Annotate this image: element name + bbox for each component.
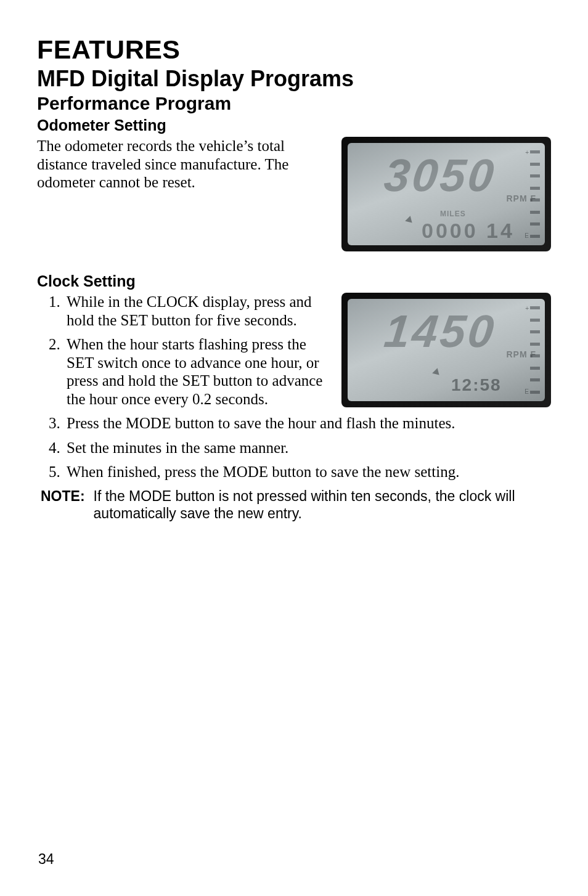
arrow-icon <box>405 216 415 226</box>
page-number: 34 <box>38 851 54 868</box>
heading-odometer: Odometer Setting <box>37 116 551 134</box>
fuel-gauge-icon: + E <box>530 150 540 238</box>
step-2: When the hour starts flashing press the … <box>64 335 327 408</box>
heading-performance: Performance Program <box>37 93 551 114</box>
odometer-row: The odometer records the vehicle’s total… <box>37 137 551 251</box>
heading-mfd: MFD Digital Display Programs <box>37 66 551 92</box>
fuel-e-label: E <box>525 388 529 395</box>
heading-features: FEATURES <box>37 35 551 65</box>
clock-row: While in the CLOCK display, press and ho… <box>37 293 551 414</box>
clock-steps-list: While in the CLOCK display, press and ho… <box>37 293 327 408</box>
lcd-miles-label: MILES <box>440 210 466 218</box>
lcd-rpm-large: 1450 <box>382 305 499 357</box>
lcd-rpm-large: 3050 <box>382 149 499 202</box>
lcd-screen: 3050 RPM F MILES 0000 14 + E <box>348 143 545 245</box>
heading-clock: Clock Setting <box>37 272 551 290</box>
odometer-paragraph: The odometer records the vehicle’s total… <box>37 137 327 192</box>
lcd-screen: 1450 RPM F 12:58 + E <box>348 299 545 401</box>
odometer-lcd-image: 3050 RPM F MILES 0000 14 + E <box>341 137 551 251</box>
clock-text-col: While in the CLOCK display, press and ho… <box>37 293 327 414</box>
lcd-odometer-value: 0000 14 <box>422 219 515 243</box>
fuel-plus-label: + <box>525 305 529 312</box>
note-block: NOTE: If the MODE button is not pressed … <box>37 487 551 522</box>
odometer-text-col: The odometer records the vehicle’s total… <box>37 137 327 192</box>
arrow-icon <box>432 368 442 378</box>
step-5: When finished, press the MODE button to … <box>64 463 551 481</box>
lcd-clock-value: 12:58 <box>451 375 502 395</box>
manual-page: FEATURES MFD Digital Display Programs Pe… <box>0 0 588 896</box>
fuel-plus-label: + <box>525 149 529 156</box>
note-body: If the MODE button is not pressed within… <box>94 487 551 522</box>
fuel-gauge-icon: + E <box>530 306 540 394</box>
clock-steps-list-cont: Press the MODE button to save the hour a… <box>37 414 551 481</box>
fuel-e-label: E <box>525 232 529 239</box>
step-1: While in the CLOCK display, press and ho… <box>64 293 327 329</box>
step-3: Press the MODE button to save the hour a… <box>64 414 551 433</box>
clock-lcd-image: 1450 RPM F 12:58 + E <box>341 293 551 407</box>
step-4: Set the minutes in the same manner. <box>64 439 551 457</box>
note-label: NOTE: <box>41 487 85 522</box>
